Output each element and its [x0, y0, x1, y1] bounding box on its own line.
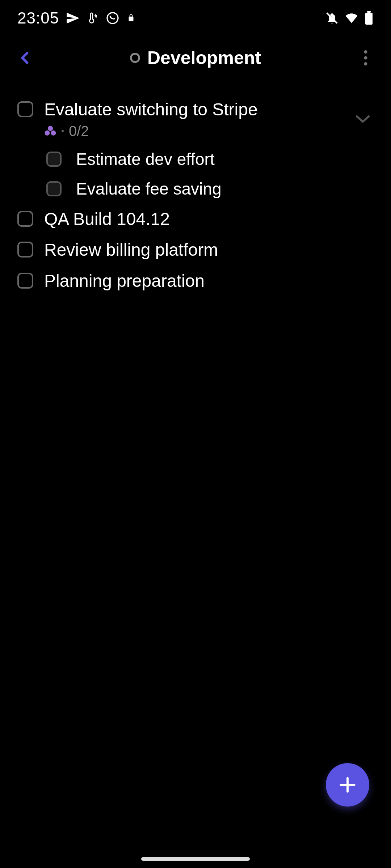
svg-point-4: [364, 50, 367, 54]
subtask-title: Estimate dev effort: [76, 149, 215, 169]
chevron-down-icon: [355, 114, 371, 124]
dnd-icon: [325, 11, 339, 25]
status-bar: 23:05: [0, 0, 391, 36]
task-meta: 0/2: [44, 123, 341, 139]
subtask-count: 0/2: [69, 123, 89, 139]
svg-point-7: [48, 126, 53, 131]
task-row[interactable]: QA Build 104.12: [17, 204, 374, 235]
subtask-checkbox[interactable]: [46, 181, 62, 196]
more-options-button[interactable]: [355, 47, 377, 69]
subtask-row[interactable]: Evaluate fee saving: [46, 174, 374, 204]
subtask-checkbox[interactable]: [46, 152, 62, 167]
page-title-wrap: Development: [130, 47, 261, 68]
list-status-icon: [130, 53, 140, 63]
telegram-icon: [66, 11, 80, 25]
svg-point-8: [45, 131, 50, 136]
status-time: 23:05: [17, 9, 59, 27]
task-row[interactable]: Evaluate switching to Stripe 0/2: [17, 94, 374, 144]
chevron-left-icon: [18, 48, 33, 68]
top-bar: Development: [0, 36, 391, 80]
expand-button[interactable]: [352, 108, 374, 130]
battery-icon: [364, 11, 374, 25]
status-right: [325, 11, 374, 25]
task-title: Review billing platform: [44, 239, 374, 260]
plus-icon: [337, 775, 358, 795]
task-row[interactable]: Planning preparation: [17, 265, 374, 297]
task-content: Evaluate switching to Stripe 0/2: [44, 99, 341, 139]
tag-cluster-icon: [44, 125, 56, 136]
task-content: Review billing platform: [44, 239, 374, 260]
task-list: Evaluate switching to Stripe 0/2 Estimat…: [0, 80, 391, 296]
svg-rect-3: [367, 11, 371, 13]
wifi-icon: [344, 12, 359, 25]
subtask-title: Evaluate fee saving: [76, 179, 222, 199]
svg-rect-2: [365, 13, 373, 25]
page-title: Development: [147, 47, 261, 68]
subtask-row[interactable]: Estimate dev effort: [46, 144, 374, 174]
svg-point-6: [364, 62, 367, 65]
back-button[interactable]: [14, 47, 36, 69]
svg-point-9: [51, 131, 56, 136]
home-indicator[interactable]: [141, 857, 250, 861]
task-checkbox[interactable]: [17, 242, 33, 258]
thermometer-icon: [87, 11, 99, 25]
task-checkbox[interactable]: [17, 211, 33, 227]
svg-point-5: [364, 56, 367, 59]
status-left: 23:05: [17, 9, 136, 27]
add-task-fab[interactable]: [326, 763, 369, 807]
task-title: Planning preparation: [44, 271, 374, 292]
subtask-list: Estimate dev effort Evaluate fee saving: [17, 144, 374, 204]
lock-icon: [126, 11, 136, 25]
task-content: QA Build 104.12: [44, 209, 374, 230]
more-vertical-icon: [363, 50, 368, 66]
task-row[interactable]: Review billing platform: [17, 234, 374, 265]
task-title: QA Build 104.12: [44, 209, 374, 230]
task-checkbox[interactable]: [17, 273, 33, 289]
task-checkbox[interactable]: [17, 101, 33, 117]
task-title: Evaluate switching to Stripe: [44, 99, 341, 120]
task-content: Planning preparation: [44, 271, 374, 292]
whatsapp-icon: [105, 11, 120, 25]
meta-separator: [62, 130, 64, 132]
